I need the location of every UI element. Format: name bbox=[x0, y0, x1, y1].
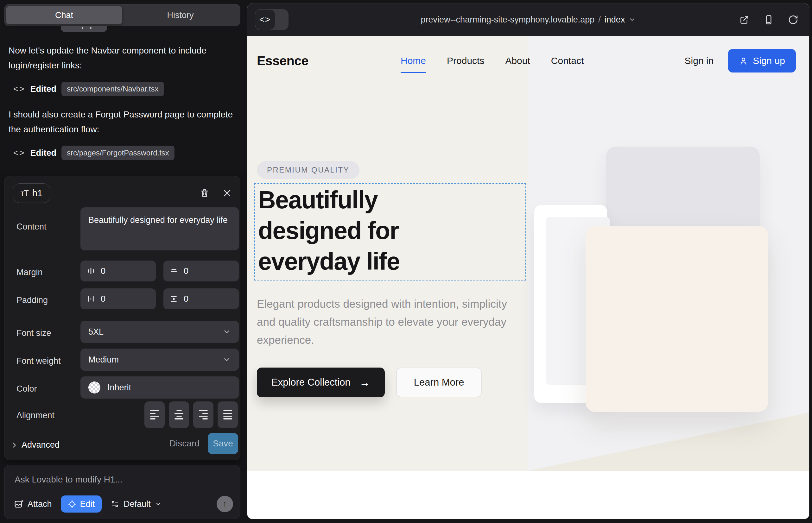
hero-paragraph: Elegant products designed with intention… bbox=[257, 295, 513, 349]
color-select[interactable]: Inherit bbox=[81, 376, 239, 399]
sign-up-button[interactable]: Sign up bbox=[728, 49, 796, 72]
preview-browser-bar: <> preview--charming-site-symphony.lovab… bbox=[247, 3, 809, 36]
model-default-selector[interactable]: Default bbox=[110, 499, 162, 509]
site-canvas: Essence Home Products About Contact Sign… bbox=[247, 36, 809, 519]
font-weight-label: Font weight bbox=[16, 356, 61, 366]
nav-link-home[interactable]: Home bbox=[401, 55, 426, 66]
h1-selection-outline[interactable]: Beautifully designed for everyday life bbox=[254, 183, 526, 281]
chevron-down-icon bbox=[223, 328, 231, 336]
element-tag: h1 bbox=[32, 188, 42, 198]
attach-button[interactable]: Attach bbox=[14, 499, 52, 509]
color-label: Color bbox=[16, 384, 37, 394]
code-icon: <> bbox=[13, 84, 25, 94]
margin-x-input[interactable]: 0 bbox=[81, 260, 156, 282]
nav-link-products[interactable]: Products bbox=[447, 55, 484, 66]
align-center-button[interactable] bbox=[169, 401, 189, 428]
explore-collection-button[interactable]: Explore Collection → bbox=[257, 367, 385, 397]
site-logo[interactable]: Essence bbox=[257, 36, 308, 86]
color-swatch bbox=[88, 381, 100, 394]
font-weight-select[interactable]: Medium bbox=[81, 348, 239, 371]
attach-image-icon bbox=[14, 499, 23, 509]
sliders-icon bbox=[110, 500, 119, 508]
selected-element-badge: тT h1 bbox=[13, 183, 50, 203]
padding-x-input[interactable]: 0 bbox=[81, 288, 156, 309]
lovable-app: Chat History Now let's update the Navbar… bbox=[0, 0, 812, 523]
edited-label: Edited bbox=[30, 148, 57, 158]
font-size-label: Font size bbox=[16, 328, 51, 338]
align-right-icon bbox=[199, 410, 208, 419]
composer-input[interactable] bbox=[15, 474, 230, 493]
scrolled-chip-fragment bbox=[61, 26, 107, 32]
advanced-toggle[interactable]: Advanced bbox=[11, 440, 59, 450]
refresh-icon[interactable] bbox=[788, 15, 798, 25]
hero-section: Essence Home Products About Contact Sign… bbox=[247, 36, 809, 471]
typography-icon: тT bbox=[21, 189, 29, 198]
trash-icon[interactable] bbox=[199, 188, 210, 198]
align-right-button[interactable] bbox=[193, 401, 213, 428]
chat-message: I should also create a Forgot Password p… bbox=[8, 107, 234, 137]
code-icon: <> bbox=[13, 148, 25, 158]
nav-link-contact[interactable]: Contact bbox=[551, 55, 584, 66]
margin-vertical-icon bbox=[170, 267, 178, 275]
discard-button[interactable]: Discard bbox=[170, 433, 199, 454]
margin-y-input[interactable]: 0 bbox=[163, 260, 239, 282]
site-navbar: Essence Home Products About Contact Sign… bbox=[247, 36, 809, 86]
alignment-label: Alignment bbox=[16, 411, 54, 420]
font-size-select[interactable]: 5XL bbox=[81, 321, 239, 343]
margin-label: Margin bbox=[16, 268, 43, 277]
padding-horizontal-icon bbox=[87, 295, 95, 303]
nav-link-about[interactable]: About bbox=[505, 55, 530, 66]
user-icon bbox=[739, 56, 748, 66]
align-justify-icon bbox=[223, 410, 232, 419]
chat-composer: Attach Edit Default ↑ bbox=[4, 465, 240, 519]
hero-heading[interactable]: Beautifully designed for everyday life bbox=[258, 184, 461, 277]
tab-history[interactable]: History bbox=[122, 6, 239, 24]
edited-file-row: <> Edited src/components/Navbar.tsx bbox=[13, 82, 164, 96]
preview-url[interactable]: preview--charming-site-symphony.lovable.… bbox=[247, 3, 809, 36]
content-input[interactable]: Beautifully designed for everyday life bbox=[81, 208, 239, 250]
arrow-right-icon: → bbox=[359, 376, 370, 389]
chevron-right-icon bbox=[11, 441, 18, 449]
premium-quality-badge: PREMIUM QUALITY bbox=[257, 161, 359, 179]
align-center-icon bbox=[175, 410, 183, 419]
edited-label: Edited bbox=[30, 84, 57, 94]
align-left-button[interactable] bbox=[144, 401, 165, 428]
mobile-view-icon[interactable] bbox=[763, 15, 774, 25]
padding-y-input[interactable]: 0 bbox=[163, 288, 239, 309]
chat-panel: Chat History Now let's update the Navbar… bbox=[0, 0, 246, 523]
content-label: Content bbox=[16, 222, 47, 232]
decorative-card-beige bbox=[586, 226, 768, 412]
preview-frame: <> preview--charming-site-symphony.lovab… bbox=[247, 3, 810, 519]
open-external-icon[interactable] bbox=[739, 15, 749, 25]
padding-label: Padding bbox=[16, 295, 48, 305]
margin-horizontal-icon bbox=[87, 267, 95, 275]
file-chip[interactable]: src/components/Navbar.tsx bbox=[61, 82, 164, 96]
edit-mode-button[interactable]: Edit bbox=[61, 495, 102, 512]
close-icon[interactable] bbox=[222, 188, 232, 198]
learn-more-button[interactable]: Learn More bbox=[396, 367, 482, 397]
save-button[interactable]: Save bbox=[208, 433, 238, 454]
chevron-down-icon bbox=[223, 356, 231, 364]
align-justify-button[interactable] bbox=[217, 401, 238, 428]
padding-vertical-icon bbox=[170, 295, 178, 303]
decorative-wedge bbox=[528, 413, 809, 471]
panel-tabs: Chat History bbox=[4, 4, 240, 26]
chevron-down-icon bbox=[629, 16, 636, 23]
sign-in-link[interactable]: Sign in bbox=[685, 55, 714, 66]
edited-file-row: <> Edited src/pages/ForgotPassword.tsx bbox=[13, 146, 175, 160]
chat-message: Now let's update the Navbar component to… bbox=[8, 43, 234, 73]
file-chip[interactable]: src/pages/ForgotPassword.tsx bbox=[61, 146, 175, 160]
align-left-icon bbox=[150, 410, 159, 419]
target-icon bbox=[68, 500, 76, 508]
send-button[interactable]: ↑ bbox=[217, 496, 233, 512]
tab-chat[interactable]: Chat bbox=[6, 6, 122, 24]
chevron-down-icon bbox=[155, 501, 162, 507]
